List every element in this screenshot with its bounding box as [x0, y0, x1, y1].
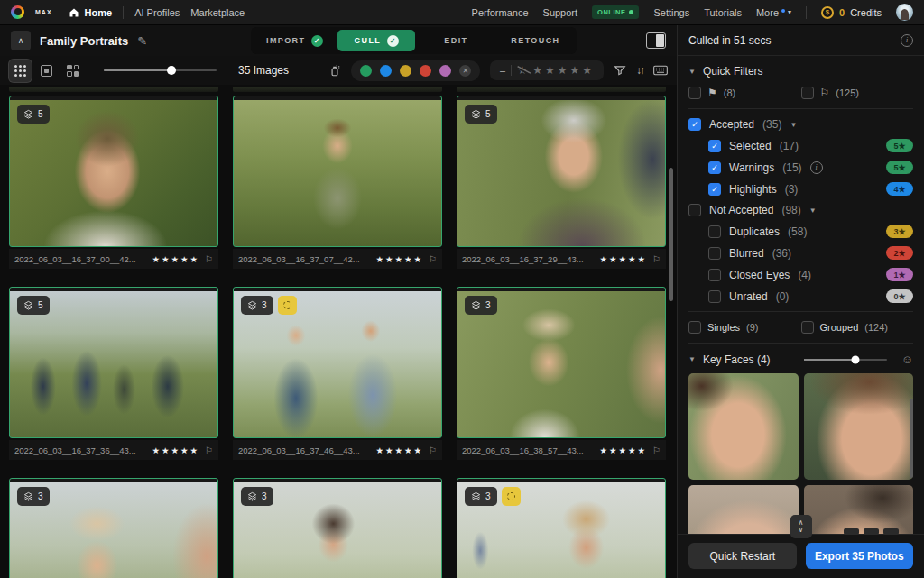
photo-thumbnail[interactable]: 3 — [457, 287, 666, 438]
tab-cull[interactable]: CULL ✓ — [337, 30, 415, 51]
flag-icon[interactable]: ⚐ — [205, 445, 213, 455]
photo-thumbnail[interactable]: 5 — [9, 287, 218, 438]
chevron-down-icon[interactable]: ▼ — [790, 121, 797, 129]
key-face-thumbnail[interactable] — [804, 373, 914, 480]
photo-star-rating[interactable]: ★★★★★ — [375, 445, 423, 455]
photo-card[interactable]: 3 — [9, 478, 218, 578]
photo-star-rating[interactable]: ★★★★★ — [375, 254, 423, 264]
photo-thumbnail[interactable]: 3 — [233, 478, 442, 578]
star-off-icon[interactable]: ★ — [517, 64, 527, 77]
photo-card[interactable]: 5 2022_06_03__16_37_29__43... ★★★★★ ⚐ — [457, 96, 666, 269]
key-face-thumbnail[interactable] — [688, 485, 799, 534]
accepted-checkbox[interactable] — [688, 118, 701, 131]
nav-more[interactable]: More ▾ — [756, 7, 791, 18]
filter-funnel-icon[interactable] — [614, 64, 626, 77]
stack-count-badge[interactable]: 5 — [17, 296, 50, 315]
photo-thumbnail[interactable] — [233, 96, 442, 247]
face-size-slider[interactable] — [804, 359, 887, 361]
duplicates-checkbox[interactable] — [708, 225, 721, 238]
selected-checkbox[interactable] — [708, 140, 721, 152]
view-grid-button[interactable] — [9, 60, 32, 82]
not-accepted-checkbox[interactable] — [688, 204, 701, 216]
color-dot-clear[interactable]: ✕ — [459, 65, 471, 77]
grid-scrollbar[interactable] — [668, 85, 675, 578]
unrated-checkbox[interactable] — [708, 290, 721, 303]
warning-badge[interactable] — [278, 296, 297, 315]
nav-marketplace[interactable]: Marketplace — [190, 7, 245, 18]
nav-ai-profiles[interactable]: AI Profiles — [134, 7, 180, 18]
nav-tutorials[interactable]: Tutorials — [704, 7, 742, 18]
flagged-checkbox[interactable] — [688, 87, 701, 99]
key-face-thumbnail[interactable] — [804, 485, 914, 534]
photo-thumbnail[interactable]: 3 — [9, 478, 218, 578]
filter-blurred[interactable]: Blurred (36) 2★ — [688, 246, 913, 260]
key-face-thumbnail[interactable] — [688, 373, 799, 480]
photo-card[interactable]: 2022_06_03__16_37_07__42... ★★★★★ ⚐ — [233, 96, 442, 269]
photo-thumbnail[interactable]: 3 — [457, 478, 666, 578]
photo-card[interactable]: 3 2022_06_03__16_38_57__43... ★★★★★ ⚐ — [457, 287, 666, 460]
filter-duplicates[interactable]: Duplicates (58) 3★ — [688, 225, 913, 238]
photo-star-rating[interactable]: ★★★★★ — [599, 254, 647, 264]
blurred-checkbox[interactable] — [708, 247, 721, 260]
color-dot-green[interactable] — [360, 65, 372, 77]
side-panel-toggle-icon[interactable] — [646, 32, 666, 49]
highlights-checkbox[interactable] — [708, 183, 721, 196]
grouped-checkbox[interactable] — [801, 321, 814, 334]
nav-settings[interactable]: Settings — [653, 7, 689, 18]
face-icon[interactable]: ☺ — [901, 353, 913, 366]
edit-title-icon[interactable]: ✎ — [137, 34, 147, 48]
stack-count-badge[interactable]: 5 — [465, 105, 497, 124]
warnings-checkbox[interactable] — [708, 161, 721, 174]
slider-thumb[interactable] — [167, 66, 176, 75]
flag-icon[interactable]: ⚐ — [429, 254, 437, 264]
color-dot-yellow[interactable] — [400, 65, 411, 77]
stack-count-badge[interactable]: 5 — [17, 105, 50, 124]
info-icon[interactable]: i — [901, 34, 913, 47]
quick-filters-section-header[interactable]: ▼ Quick Filters — [688, 65, 913, 78]
filter-unrated[interactable]: Unrated (0) 0★ — [688, 289, 913, 303]
flag-icon[interactable]: ⚐ — [205, 254, 213, 264]
quick-restart-button[interactable]: Quick Restart — [688, 543, 797, 569]
photo-thumbnail[interactable]: 3 — [233, 287, 442, 438]
stack-count-badge[interactable]: 3 — [17, 487, 50, 506]
photo-star-rating[interactable]: ★★★★★ — [599, 445, 647, 455]
scrollbar-thumb[interactable] — [669, 168, 673, 301]
key-faces-section-header[interactable]: ▼ Key Faces (4) ☺ — [688, 353, 913, 366]
filter-accepted[interactable]: Accepted (35) ▼ — [688, 118, 913, 131]
tab-retouch[interactable]: RETOUCH — [496, 30, 574, 51]
stack-count-badge[interactable]: 3 — [465, 296, 497, 315]
photo-star-rating[interactable]: ★★★★★ — [152, 254, 199, 264]
filter-not-accepted[interactable]: Not Accepted (98) ▼ — [688, 204, 913, 216]
slider-thumb[interactable] — [851, 355, 859, 363]
photo-card[interactable]: 3 — [457, 478, 666, 578]
filter-warnings[interactable]: Warnings (15) i 5★ — [688, 161, 913, 174]
photo-thumbnail[interactable]: 5 — [457, 96, 666, 247]
color-dot-red[interactable] — [420, 65, 431, 77]
photo-card[interactable]: 3 — [233, 478, 442, 578]
rating-equals-icon[interactable]: = — [499, 64, 505, 77]
stack-count-badge[interactable]: 3 — [241, 487, 273, 506]
rating-stars[interactable]: ★★★★★ — [532, 64, 595, 77]
spray-can-icon[interactable] — [328, 64, 341, 78]
closed-eyes-checkbox[interactable] — [708, 269, 721, 281]
filter-grouped[interactable]: Grouped (124) — [801, 321, 914, 334]
thumbnail-size-slider[interactable] — [104, 69, 217, 71]
nav-support[interactable]: Support — [543, 7, 578, 18]
aftershoot-logo-icon[interactable] — [11, 5, 24, 19]
stack-count-badge[interactable]: 3 — [465, 487, 497, 506]
filter-singles[interactable]: Singles (9) — [688, 321, 801, 334]
unflagged-checkbox[interactable] — [801, 87, 814, 99]
sort-icon[interactable]: ↓↑ — [636, 64, 643, 77]
filter-selected[interactable]: Selected (17) 5★ — [688, 139, 913, 152]
tab-edit[interactable]: EDIT — [417, 30, 494, 51]
info-icon[interactable]: i — [810, 161, 823, 174]
user-avatar[interactable] — [896, 4, 913, 21]
color-dot-purple[interactable] — [439, 65, 451, 77]
view-single-button[interactable] — [35, 60, 58, 82]
color-dot-blue[interactable] — [380, 65, 392, 77]
export-photos-button[interactable]: Export 35 Photos — [806, 543, 914, 569]
flag-icon[interactable]: ⚐ — [652, 254, 661, 264]
filter-highlights[interactable]: Highlights (3) 4★ — [688, 182, 913, 196]
flag-icon[interactable]: ⚐ — [429, 445, 437, 455]
view-group-button[interactable] — [61, 60, 84, 82]
